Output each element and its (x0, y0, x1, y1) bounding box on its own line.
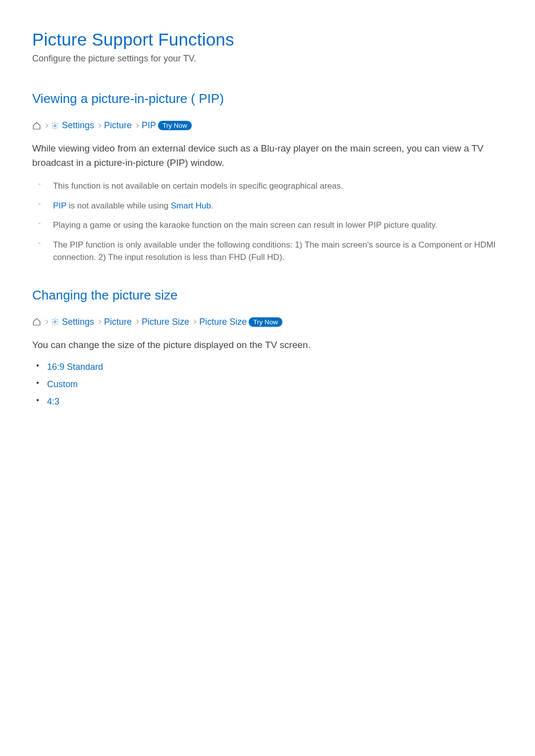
nav-settings[interactable]: Settings (62, 120, 94, 131)
size-description: You can change the size of the picture d… (32, 338, 503, 353)
note-marker-icon: ” (38, 220, 41, 232)
pip-inline-label: PIP (53, 201, 66, 210)
home-icon (32, 317, 41, 326)
note-item: ” The PIP function is only available und… (38, 239, 503, 264)
nav-picture[interactable]: Picture (104, 120, 132, 131)
section-picture-size: Changing the picture size Settings Pictu… (32, 288, 503, 407)
note-item: ” Playing a game or using the karaoke fu… (38, 219, 503, 232)
svg-point-0 (54, 125, 56, 127)
nav-path-pip: Settings Picture PIP Try Now (32, 120, 503, 131)
smart-hub-inline-label: Smart Hub (171, 201, 211, 210)
nav-path-size: Settings Picture Picture Size Picture Si… (32, 317, 503, 327)
home-icon (32, 121, 41, 130)
nav-picture[interactable]: Picture (104, 317, 132, 327)
note-text: The PIP function is only available under… (53, 239, 503, 264)
chevron-right-icon (97, 124, 101, 128)
chevron-right-icon (97, 320, 101, 324)
nav-settings[interactable]: Settings (62, 317, 94, 327)
nav-picture-size[interactable]: Picture Size (199, 317, 247, 327)
note-end: . (211, 201, 214, 210)
section-pip: Viewing a picture-in-picture ( PIP) Sett… (32, 91, 503, 264)
note-text: This function is not available on certai… (53, 180, 503, 193)
note-marker-icon: ” (38, 181, 41, 193)
nav-picture-size-menu[interactable]: Picture Size (142, 317, 189, 327)
note-marker-icon: ” (38, 201, 41, 212)
note-marker-icon: ” (38, 240, 41, 264)
svg-point-1 (54, 321, 56, 323)
nav-pip[interactable]: PIP (142, 120, 156, 131)
page-subtitle: Configure the picture settings for your … (32, 53, 503, 64)
chevron-right-icon (44, 320, 48, 324)
pip-description: While viewing video from an external dev… (32, 142, 503, 170)
section-pip-heading: Viewing a picture-in-picture ( PIP) (32, 91, 503, 106)
pip-notes: ” This function is not available on cert… (32, 180, 503, 264)
chevron-right-icon (44, 124, 48, 128)
note-item: ” This function is not available on cert… (38, 180, 503, 193)
size-options-list: 16:9 Standard Custom 4:3 (32, 362, 503, 407)
try-now-badge[interactable]: Try Now (249, 317, 282, 327)
section-size-heading: Changing the picture size (32, 288, 503, 303)
chevron-right-icon (192, 320, 196, 324)
note-text: Playing a game or using the karaoke func… (53, 219, 503, 232)
try-now-badge[interactable]: Try Now (158, 121, 192, 130)
gear-icon (51, 122, 59, 130)
size-option-custom[interactable]: Custom (47, 379, 503, 390)
chevron-right-icon (135, 320, 139, 324)
size-option-4-3[interactable]: 4:3 (47, 397, 503, 407)
gear-icon (51, 318, 59, 326)
page-title: Picture Support Functions (32, 30, 503, 50)
note-mid: is not available while using (66, 201, 171, 210)
chevron-right-icon (135, 124, 139, 128)
note-item: ” PIP is not available while using Smart… (38, 200, 503, 212)
note-text: PIP is not available while using Smart H… (53, 200, 503, 212)
size-option-16-9[interactable]: 16:9 Standard (47, 362, 503, 372)
